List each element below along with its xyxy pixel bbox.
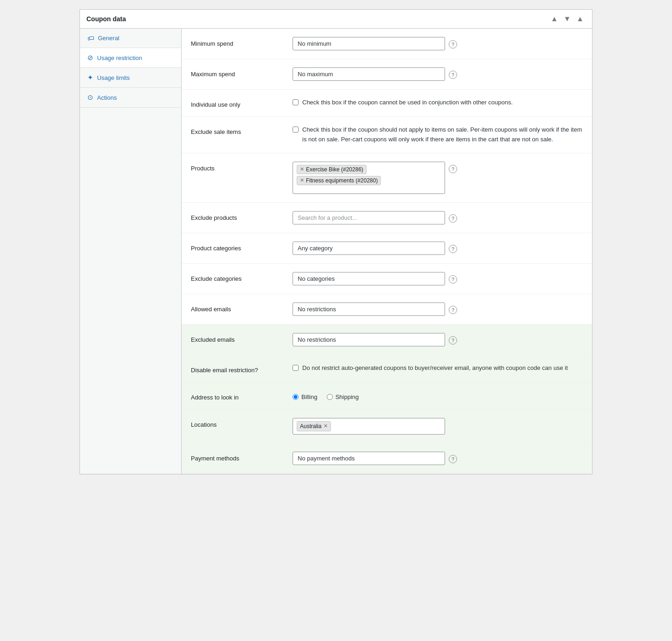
panel-title: Coupon data [86,15,126,23]
field-excluded-emails: ? [293,333,583,346]
input-locations[interactable]: Australia ✕ [293,418,445,435]
sidebar-label-general: General [98,35,119,42]
sidebar-item-usage-limits[interactable]: ✦ Usage limits [80,68,181,88]
field-exclude-categories: ? [293,272,583,285]
input-maximum-spend[interactable] [293,67,445,81]
sidebar-item-usage-restriction[interactable]: ⊘ Usage restriction [80,48,181,68]
field-exclude-products: ? [293,211,583,224]
radio-billing[interactable]: Billing [293,393,318,400]
help-products[interactable]: ? [449,165,457,173]
sidebar: 🏷 General ⊘ Usage restriction ✦ Usage li… [80,29,182,474]
label-products: Products [191,162,293,172]
row-allowed-emails: Allowed emails ? [182,294,592,325]
checkbox-disable-email[interactable] [293,365,299,371]
input-exclude-categories[interactable] [293,272,445,285]
field-minimum-spend: ? [293,37,583,50]
row-individual-use: Individual use only Check this box if th… [182,90,592,117]
field-exclude-sale: Check this box if the coupon should not … [293,125,583,145]
label-excluded-emails: Excluded emails [191,333,293,343]
sidebar-item-actions[interactable]: ⊙ Actions [80,88,181,108]
row-address-look-in: Address to look in Billing Shipping [182,382,592,410]
row-exclude-products: Exclude products ? [182,203,592,233]
checkbox-disable-email-wrapper: Do not restrict auto-generated coupons t… [293,363,583,373]
help-excluded-emails[interactable]: ? [449,336,457,345]
tag-icon: 🏷 [87,34,94,42]
input-products[interactable]: ✕ Exercise Bike (#20286) ✕ Fitness equip… [293,162,445,194]
radio-label-billing: Billing [301,393,318,400]
input-excluded-emails[interactable] [293,333,445,346]
row-products: Products ✕ Exercise Bike (#20286) ✕ Fitn… [182,153,592,203]
tag-remove-exercise-bike[interactable]: ✕ [300,166,304,172]
input-product-categories[interactable] [293,242,445,255]
row-exclude-sale: Exclude sale items Check this box if the… [182,117,592,153]
collapse-button[interactable]: ▲ [574,14,586,24]
row-locations: Locations Australia ✕ [182,410,592,443]
tag-label-australia: Australia [300,423,322,429]
row-disable-email: Disable email restriction? Do not restri… [182,355,592,382]
label-exclude-categories: Exclude categories [191,272,293,282]
row-maximum-spend: Maximum spend ? [182,59,592,90]
limits-icon: ✦ [87,73,93,82]
input-payment-methods[interactable] [293,452,445,465]
radio-input-shipping[interactable] [327,394,333,400]
field-disable-email: Do not restrict auto-generated coupons t… [293,363,583,373]
coupon-panel: Coupon data ▲ ▼ ▲ 🏷 General ⊘ Usage rest… [79,9,593,474]
help-allowed-emails[interactable]: ? [449,306,457,314]
field-address-look-in: Billing Shipping [293,391,583,400]
field-individual-use: Check this box if the coupon cannot be u… [293,98,583,108]
field-locations: Australia ✕ [293,418,583,435]
panel-header: Coupon data ▲ ▼ ▲ [80,10,592,29]
row-minimum-spend: Minimum spend ? [182,29,592,59]
field-payment-methods: ? [293,452,583,465]
label-allowed-emails: Allowed emails [191,302,293,313]
label-address-look-in: Address to look in [191,391,293,401]
input-allowed-emails[interactable] [293,302,445,316]
field-maximum-spend: ? [293,67,583,81]
sidebar-label-usage-limits: Usage limits [97,74,130,81]
row-payment-methods: Payment methods ? [182,443,592,474]
label-locations: Locations [191,418,293,428]
sidebar-label-usage-restriction: Usage restriction [97,54,142,61]
help-maximum-spend[interactable]: ? [449,71,457,79]
collapse-up-button[interactable]: ▲ [549,14,560,24]
collapse-down-button[interactable]: ▼ [562,14,573,24]
radio-group-address: Billing Shipping [293,391,359,400]
tag-remove-fitness-equipments[interactable]: ✕ [300,177,304,183]
tag-label-fitness-equipments: Fitness equipments (#20280) [306,177,378,184]
checkbox-individual-use-wrapper: Check this box if the coupon cannot be u… [293,98,583,108]
radio-input-billing[interactable] [293,394,299,400]
field-products: ✕ Exercise Bike (#20286) ✕ Fitness equip… [293,162,583,194]
panel-body: 🏷 General ⊘ Usage restriction ✦ Usage li… [80,29,592,474]
help-exclude-products[interactable]: ? [449,214,457,223]
help-payment-methods[interactable]: ? [449,455,457,463]
label-exclude-products: Exclude products [191,211,293,221]
input-exclude-products[interactable] [293,211,445,224]
header-controls: ▲ ▼ ▲ [549,14,586,24]
tag-fitness-equipments: ✕ Fitness equipments (#20280) [297,176,381,185]
checkbox-exclude-sale[interactable] [293,127,299,133]
field-product-categories: ? [293,242,583,255]
tag-exercise-bike: ✕ Exercise Bike (#20286) [297,165,367,174]
tag-remove-australia[interactable]: ✕ [324,423,328,429]
label-disable-email: Disable email restriction? [191,363,293,374]
text-exclude-sale: Check this box if the coupon should not … [302,125,583,145]
label-product-categories: Product categories [191,242,293,252]
checkbox-individual-use[interactable] [293,99,299,105]
help-exclude-categories[interactable]: ? [449,275,457,284]
sidebar-item-general[interactable]: 🏷 General [80,29,181,48]
label-exclude-sale: Exclude sale items [191,125,293,135]
text-individual-use: Check this box if the coupon cannot be u… [302,98,513,108]
input-minimum-spend[interactable] [293,37,445,50]
row-excluded-emails: Excluded emails ? [182,325,592,355]
label-maximum-spend: Maximum spend [191,67,293,78]
row-product-categories: Product categories ? [182,233,592,264]
field-allowed-emails: ? [293,302,583,316]
text-disable-email: Do not restrict auto-generated coupons t… [302,363,568,373]
main-content: Minimum spend ? Maximum spend ? Individu… [182,29,592,474]
radio-shipping[interactable]: Shipping [327,393,359,400]
help-product-categories[interactable]: ? [449,245,457,253]
tag-label-exercise-bike: Exercise Bike (#20286) [306,166,363,173]
radio-label-shipping: Shipping [336,393,359,400]
help-minimum-spend[interactable]: ? [449,40,457,48]
sidebar-label-actions: Actions [97,94,117,101]
